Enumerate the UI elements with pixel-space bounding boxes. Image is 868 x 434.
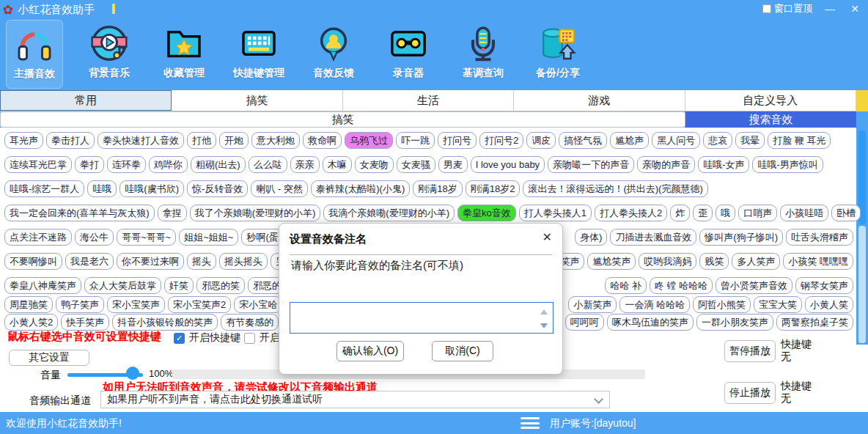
- spinner-up-icon[interactable]: [540, 309, 548, 315]
- sound-button[interactable]: 打人拳头揍人1: [519, 205, 592, 221]
- sound-button[interactable]: 哇哦-综艺一群人: [4, 180, 84, 197]
- sound-button[interactable]: 曾小贤笑声音效: [716, 277, 792, 294]
- sound-button[interactable]: 打人拳头揍人2: [595, 205, 667, 221]
- toolbar-item-快捷键管理[interactable]: 快捷键管理: [230, 20, 287, 89]
- sound-button[interactable]: 哥哥~哥哥~: [117, 229, 176, 246]
- sound-button[interactable]: 打他: [187, 132, 216, 149]
- sound-button[interactable]: 姐姐~姐姐~: [179, 229, 238, 246]
- sound-button[interactable]: 连续耳光巴掌: [4, 156, 72, 173]
- sound-button[interactable]: 小黄人笑: [805, 296, 853, 313]
- enable-hotkey-checkbox[interactable]: ✓ 开启快捷键: [174, 331, 240, 345]
- checkbox-empty-icon[interactable]: [244, 333, 255, 344]
- sound-button[interactable]: 拳头快速打人音效: [98, 132, 184, 149]
- sound-button[interactable]: 女麦骚: [397, 156, 435, 173]
- sound-button[interactable]: 吓一跳: [396, 132, 435, 149]
- sound-button[interactable]: 打问号2: [479, 132, 523, 149]
- scrollbar-track[interactable]: [858, 226, 866, 343]
- close-button[interactable]: ✕: [847, 3, 862, 15]
- sound-button[interactable]: 哇哦(虞书欣): [119, 180, 184, 197]
- cancel-button[interactable]: 取消(C): [432, 341, 493, 361]
- sound-button[interactable]: 刚满18岁: [413, 180, 462, 197]
- sound-button[interactable]: 惨叫声(狗子惨叫): [699, 229, 783, 246]
- sound-button[interactable]: 悲哀: [703, 132, 732, 149]
- toolbar-item-主播音效[interactable]: 主播音效: [6, 20, 63, 89]
- sound-button[interactable]: 哦: [716, 205, 735, 221]
- sound-button[interactable]: 开炮: [219, 132, 249, 149]
- sound-button[interactable]: 有节奏感的: [221, 314, 279, 331]
- sound-button[interactable]: 我是老六: [65, 253, 114, 270]
- sound-button[interactable]: 男麦: [438, 156, 468, 173]
- tab-category-生活[interactable]: 生活: [343, 90, 514, 111]
- sound-button[interactable]: 拳皇八神庵笑声: [4, 277, 81, 294]
- sound-button[interactable]: 刀插进去溅血音效: [610, 229, 696, 246]
- sound-button[interactable]: 我晕: [735, 132, 765, 149]
- sound-button[interactable]: 哎哟我滴妈: [639, 253, 696, 270]
- sound-button[interactable]: 耳光声: [4, 132, 43, 149]
- note-name-input[interactable]: [290, 302, 553, 334]
- sound-button[interactable]: 小孩哇唔: [780, 205, 828, 221]
- toolbar-item-备份/分享[interactable]: 备份/分享: [529, 20, 586, 89]
- sound-button[interactable]: 鸭子笑声: [56, 296, 104, 313]
- sound-button[interactable]: 尴尬声: [610, 132, 649, 149]
- sound-button[interactable]: 哇哦-女声: [698, 156, 749, 173]
- tab-category-自定义导入[interactable]: 自定义导入: [685, 90, 856, 111]
- sound-button[interactable]: 钢琴女笑声: [795, 277, 853, 294]
- sound-button[interactable]: 摇头: [187, 253, 216, 270]
- sound-button[interactable]: 么么哒: [249, 156, 287, 173]
- sound-button[interactable]: 邪恶的笑: [196, 277, 245, 294]
- dialog-close-icon[interactable]: ✕: [542, 230, 552, 244]
- sound-button[interactable]: 刚满18岁2: [466, 180, 521, 197]
- pause-playback-button[interactable]: 暂停播放: [724, 340, 776, 362]
- sound-button[interactable]: 我了个亲娘嘞(爱理财的小羊): [190, 205, 321, 221]
- sound-button[interactable]: 打问号: [438, 132, 477, 149]
- sound-button[interactable]: 快手笑声: [61, 314, 109, 331]
- sound-button[interactable]: 意大利炮: [251, 132, 300, 149]
- sound-button[interactable]: 打脸 鞭 耳光: [768, 132, 831, 149]
- sound-button[interactable]: 点关注不迷路: [4, 229, 72, 246]
- minimize-button[interactable]: —: [823, 3, 837, 15]
- checkbox-icon[interactable]: [762, 4, 771, 13]
- checkbox-checked-icon[interactable]: ✓: [174, 333, 185, 344]
- sound-button[interactable]: 亲吻的声音: [637, 156, 695, 173]
- spinner-down-icon[interactable]: [540, 323, 548, 328]
- tab-category-搞笑[interactable]: 搞笑: [172, 90, 342, 111]
- search-sounds-button[interactable]: 搜索音效: [685, 111, 856, 128]
- sound-button[interactable]: 惊-反转音效: [187, 180, 248, 197]
- sound-button[interactable]: 海公牛: [75, 229, 114, 246]
- sound-button[interactable]: 多人笑声: [732, 253, 780, 270]
- toolbar-item-背景音乐[interactable]: 背景音乐: [81, 20, 138, 89]
- sound-button[interactable]: 喇叭 - 突然: [251, 180, 308, 197]
- sound-button[interactable]: 宋小宝笑声: [107, 296, 165, 313]
- sound-button[interactable]: 亲吻嘬一下的声音: [548, 156, 634, 173]
- sound-button[interactable]: 你不要过来啊: [117, 253, 184, 270]
- sound-button[interactable]: 粗砌(出去): [191, 156, 246, 173]
- sound-button[interactable]: 女麦吻: [355, 156, 394, 173]
- sound-button[interactable]: 贱笑: [699, 253, 729, 270]
- sound-button[interactable]: 呵呵呵: [565, 314, 604, 331]
- sound-button[interactable]: 歪: [693, 205, 713, 221]
- confirm-input-button[interactable]: 确认输入(O): [336, 341, 404, 361]
- sound-button[interactable]: 亲亲: [290, 156, 320, 173]
- sound-button[interactable]: 拳击打人: [46, 132, 95, 149]
- sound-button[interactable]: 卧槽: [831, 205, 861, 221]
- sound-button[interactable]: 哇哦: [87, 180, 117, 197]
- sound-button[interactable]: 啄木鸟伍迪的笑声: [607, 314, 694, 331]
- sound-button[interactable]: 拳打: [75, 156, 104, 173]
- sound-button[interactable]: 口哨声: [738, 205, 777, 221]
- sound-button[interactable]: 连环拳: [107, 156, 146, 173]
- sound-button[interactable]: 阿哲小熊笑: [693, 296, 751, 313]
- sound-button[interactable]: 宋小宝哈: [234, 296, 282, 313]
- sound-button[interactable]: 泰裤辣(太酷啦)(小鬼): [311, 180, 410, 197]
- sound-button[interactable]: 鸡哔你: [149, 156, 188, 173]
- sound-button[interactable]: 周星驰笑: [4, 296, 53, 313]
- sound-button[interactable]: 哈哈 补: [605, 277, 647, 294]
- sound-button[interactable]: 小黄人笑2: [4, 314, 58, 331]
- tab-category-常用[interactable]: 常用: [0, 90, 172, 111]
- sound-button[interactable]: 我滴个亲娘嘞(爱理财的小羊): [323, 205, 455, 221]
- sound-button[interactable]: 滚出去！滚得远远的！(拱出去)(完颜慧德): [523, 180, 707, 197]
- sound-button[interactable]: 黑人问号: [652, 132, 700, 149]
- sound-button[interactable]: 木嘛: [323, 156, 352, 173]
- toolbar-item-收藏管理[interactable]: 收藏管理: [155, 20, 213, 89]
- sound-button[interactable]: I love you baby: [471, 156, 545, 173]
- sound-button[interactable]: 两警察拍桌子笑: [776, 314, 853, 331]
